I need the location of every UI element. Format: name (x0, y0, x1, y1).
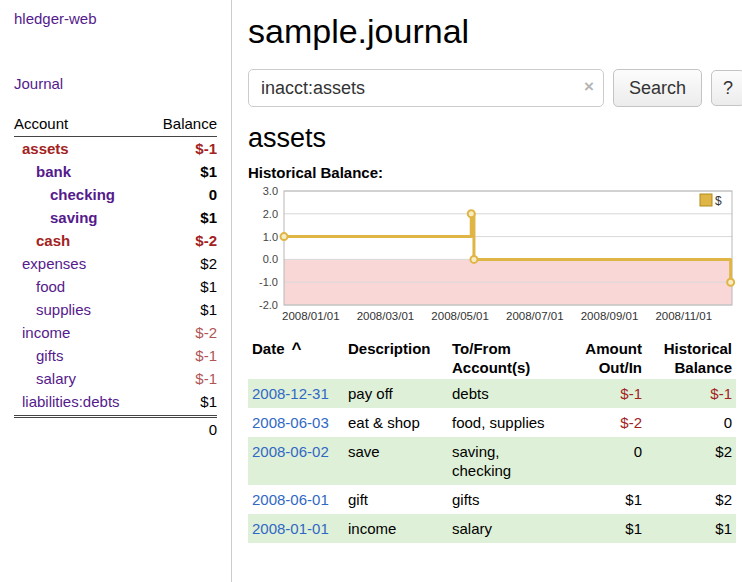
transaction-accounts: gifts (448, 485, 558, 514)
register-row: 2008-01-01 income salary $1 $1 (248, 514, 736, 543)
brand-link[interactable]: hledger-web (14, 10, 217, 27)
account-link[interactable]: assets (14, 137, 69, 160)
accounts-header: Account Balance (14, 112, 217, 137)
sidebar-account-cash: cash $-2 (14, 229, 217, 252)
transaction-balance: $-1 (646, 379, 736, 408)
accounts-total: 0 (14, 415, 217, 442)
search-input-wrap: × (248, 69, 604, 107)
amount-header-line2: Out/In (562, 358, 642, 377)
transaction-amount: $-2 (558, 408, 646, 437)
main-content: sample.journal × Search ? assets Histori… (232, 0, 742, 582)
accounts-header-line2: Account(s) (452, 358, 554, 377)
register-header-row: Date^ Description To/From Account(s) Amo… (248, 337, 736, 379)
transaction-description: eat & shop (344, 408, 448, 437)
transaction-amount: $-1 (558, 379, 646, 408)
account-section-title: assets (248, 123, 742, 154)
transaction-accounts: food, supplies (448, 408, 558, 437)
account-balance: $-1 (195, 137, 217, 160)
account-link[interactable]: expenses (14, 252, 86, 275)
search-form: × Search ? (248, 69, 742, 107)
col-header-amount: Amount Out/In (558, 337, 646, 379)
account-balance: $-2 (195, 321, 217, 344)
account-link[interactable]: food (14, 275, 65, 298)
account-balance: $-1 (195, 344, 217, 367)
date-header-label: Date (252, 340, 285, 357)
account-link[interactable]: supplies (14, 298, 91, 321)
transaction-date-link[interactable]: 2008-01-01 (252, 520, 329, 537)
sidebar-account-gifts: gifts $-1 (14, 344, 217, 367)
transaction-description: income (344, 514, 448, 543)
transaction-accounts: debts (448, 379, 558, 408)
svg-text:2008/09/01: 2008/09/01 (581, 310, 639, 322)
sidebar-account-expenses: expenses $2 (14, 252, 217, 275)
svg-text:3.0: 3.0 (263, 185, 278, 197)
account-link[interactable]: liabilities:debts (14, 390, 120, 413)
account-balance: $2 (200, 252, 217, 275)
account-link[interactable]: checking (14, 183, 115, 206)
sidebar-account-saving: saving $1 (14, 206, 217, 229)
transaction-amount: 0 (558, 437, 646, 485)
help-button[interactable]: ? (711, 70, 742, 106)
chart-title: Historical Balance: (248, 164, 742, 181)
hledger-web-app: hledger-web Journal Account Balance asse… (0, 0, 742, 582)
transaction-date-link[interactable]: 2008-06-01 (252, 491, 329, 508)
svg-text:-1.0: -1.0 (259, 276, 278, 288)
account-balance: $1 (200, 390, 217, 413)
transaction-balance: $2 (646, 437, 736, 485)
col-header-description: Description (344, 337, 448, 379)
sidebar-account-salary: salary $-1 (14, 367, 217, 390)
account-link[interactable]: income (14, 321, 70, 344)
transaction-description: gift (344, 485, 448, 514)
sidebar-account-food: food $1 (14, 275, 217, 298)
svg-text:0.0: 0.0 (263, 253, 278, 265)
account-link[interactable]: saving (14, 206, 98, 229)
transaction-amount: $1 (558, 485, 646, 514)
transaction-balance: $2 (646, 485, 736, 514)
transaction-balance: $1 (646, 514, 736, 543)
account-link[interactable]: cash (14, 229, 70, 252)
transaction-description: save (344, 437, 448, 485)
account-balance: $1 (200, 206, 217, 229)
transaction-amount: $1 (558, 514, 646, 543)
register-row: 2008-06-03 eat & shop food, supplies $-2… (248, 408, 736, 437)
account-balance: 0 (209, 183, 217, 206)
account-balance: $-1 (195, 367, 217, 390)
svg-text:2008/05/01: 2008/05/01 (431, 310, 489, 322)
search-input[interactable] (248, 69, 604, 107)
sidebar-account-bank: bank $1 (14, 160, 217, 183)
account-balance: $1 (200, 160, 217, 183)
col-header-balance: Historical Balance (646, 337, 736, 379)
search-button[interactable]: Search (613, 69, 702, 107)
account-link[interactable]: salary (14, 367, 76, 390)
account-column-header: Account (14, 115, 68, 132)
svg-text:2008/03/01: 2008/03/01 (357, 310, 415, 322)
svg-text:$: $ (715, 194, 722, 208)
sidebar-account-liabilities-debts: liabilities:debts $1 (14, 390, 217, 413)
col-header-date[interactable]: Date^ (248, 337, 344, 379)
sidebar-account-checking: checking 0 (14, 183, 217, 206)
svg-text:2008/07/01: 2008/07/01 (506, 310, 564, 322)
register-row: 2008-06-01 gift gifts $1 $2 (248, 485, 736, 514)
transaction-accounts: saving, checking (448, 437, 558, 485)
register-row: 2008-06-02 save saving, checking 0 $2 (248, 437, 736, 485)
transaction-balance: 0 (646, 408, 736, 437)
balance-chart: 3.02.01.00.0-1.0-2.02008/01/012008/03/01… (248, 183, 742, 325)
sidebar-account-assets: assets $-1 (14, 137, 217, 160)
account-balance: $1 (200, 298, 217, 321)
transaction-accounts: salary (448, 514, 558, 543)
account-link[interactable]: gifts (14, 344, 64, 367)
balance-header-line2: Balance (650, 358, 732, 377)
sidebar: hledger-web Journal Account Balance asse… (0, 0, 232, 582)
balance-column-header: Balance (163, 115, 217, 132)
sidebar-account-supplies: supplies $1 (14, 298, 217, 321)
account-link[interactable]: bank (14, 160, 71, 183)
amount-header-line1: Amount (562, 339, 642, 358)
accounts-header-line1: To/From (452, 339, 554, 358)
nav-journal-link[interactable]: Journal (14, 75, 217, 92)
transaction-date-link[interactable]: 2008-06-03 (252, 414, 329, 431)
svg-text:2008/11/01: 2008/11/01 (655, 310, 712, 322)
clear-search-icon[interactable]: × (584, 77, 594, 97)
transaction-date-link[interactable]: 2008-06-02 (252, 443, 329, 460)
transaction-date-link[interactable]: 2008-12-31 (252, 385, 329, 402)
accounts-panel: Account Balance assets $-1 bank $1 check… (14, 112, 217, 442)
